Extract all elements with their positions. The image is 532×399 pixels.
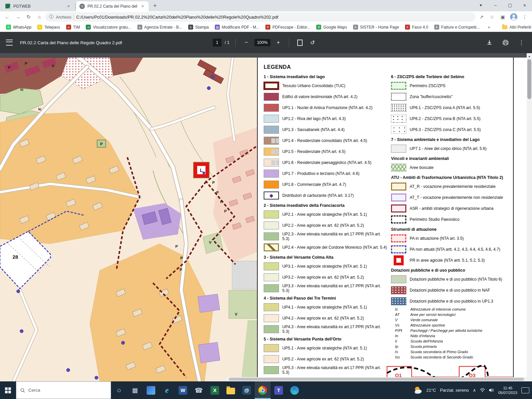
bookmark-item[interactable]: ≙ SISTER - Home Page — [350, 24, 402, 30]
abbreviation-code: Iss — [391, 354, 410, 360]
zoom-level[interactable]: 100% — [254, 39, 270, 46]
minimize-button[interactable]: – — [488, 0, 503, 11]
pdf-viewport: PPPIcIcPPPPPVPPPV28 L LEGENDA 1 - Sistem… — [0, 53, 532, 381]
bookmarks-overflow-icon[interactable]: » — [485, 25, 493, 30]
teams[interactable]: T — [271, 381, 287, 399]
chrome[interactable] — [255, 381, 271, 399]
bookmark-item[interactable]: ▤ Modificare PDF - M... — [212, 24, 262, 30]
bookmark-item[interactable]: A Visualizzatore gratu... — [83, 24, 134, 30]
tab-close-icon[interactable]: × — [140, 4, 145, 9]
reload-button[interactable]: ↻ — [24, 12, 33, 22]
legend-item: UP1.3 - Sassabanek (NTA art. 4.4) — [264, 124, 388, 135]
pdf-favicon — [79, 4, 85, 9]
bookmark-item[interactable]: P PDFescape - Editor... — [263, 24, 313, 30]
bookmark-item[interactable]: F Fassi 4.0 — [402, 24, 431, 30]
legend-item: UP1.8 - Commerciale (NTA art. 4.7) — [264, 179, 388, 190]
search-input[interactable]: Cerca — [16, 381, 111, 399]
bookmark-item[interactable]: T Telepass — [35, 24, 63, 30]
weather-icon[interactable] — [414, 386, 422, 394]
horizontal-scrollbar[interactable] — [226, 377, 527, 381]
network-icon[interactable] — [480, 388, 485, 392]
vertical-scrollbar[interactable]: ▲ — [527, 53, 532, 381]
close-button[interactable]: × — [517, 0, 532, 11]
bookmark-item[interactable]: S Stampa — [186, 24, 211, 30]
legend-swatch — [264, 104, 279, 112]
phone[interactable]: ☎ — [191, 381, 207, 399]
bookmark-star-icon[interactable]: ☆ — [487, 12, 497, 22]
photos-app[interactable] — [143, 381, 159, 399]
print-icon[interactable] — [501, 38, 510, 47]
bookmark-label: WhatsApp — [13, 25, 31, 30]
page-info-icon[interactable]: ⓘ — [49, 14, 54, 20]
notification-center-icon[interactable] — [521, 387, 529, 393]
map-canvas[interactable]: PPPIcIcPPPPPVPPPV28 L — [0, 58, 257, 382]
side-panel-icon[interactable]: ▣ — [498, 12, 507, 22]
legend-item-label: UP1.3 - Sassabanek (NTA art. 4.4) — [282, 127, 344, 132]
fit-page-icon[interactable] — [295, 38, 305, 47]
download-icon[interactable] — [485, 38, 494, 47]
share-icon[interactable]: ↗ — [477, 12, 486, 22]
legend-item-label: AT_R - vocazione prevalentemente residen… — [410, 184, 496, 189]
legend-item-label: UP1.5 - Residenziale (NTA art. 4.5) — [282, 149, 345, 154]
excel[interactable]: X — [207, 381, 223, 399]
cortana[interactable]: ○ — [111, 381, 127, 399]
map-label: P — [52, 64, 55, 68]
home-button[interactable]: ⌂ — [35, 12, 44, 22]
browser-menu-icon[interactable]: ⋮ — [520, 12, 529, 22]
legend-item-label: UP6.3 - ZSC/ZPS zona C (NTA art. 5.5) — [410, 127, 481, 132]
bookmark-label: Fassi 4.0 — [412, 25, 428, 30]
address-bar[interactable]: ⓘ Archivio C:/Users/Pc01/Downloads/PR.02… — [45, 12, 475, 22]
word[interactable]: W — [175, 381, 191, 399]
legend-column-right: 6 - ZSC/ZPS delle Torbiere del SebinoPer… — [388, 72, 513, 382]
bookmark-label: Telepass — [44, 25, 60, 30]
pdf-title: PR.02.2 Carta del Piano delle Regole Qua… — [20, 40, 122, 45]
other-bookmarks[interactable]: Altri Preferiti — [499, 24, 532, 30]
start-button[interactable] — [0, 381, 16, 399]
pdf-menu-icon[interactable] — [6, 40, 13, 46]
tray-expand-icon[interactable]: ∧ — [473, 388, 476, 393]
bookmark-item[interactable]: ✆ WhatsApp — [3, 24, 34, 30]
zoom-in-button[interactable]: + — [274, 38, 283, 47]
horizontal-scroll-thumb[interactable] — [229, 378, 524, 381]
pdf-more-icon[interactable]: ⋮ — [517, 38, 526, 47]
task-view[interactable]: ▦ — [127, 381, 143, 399]
bookmark-item[interactable]: a Agenzia Entrate - B... — [135, 24, 185, 30]
back-button[interactable]: ← — [3, 12, 12, 22]
vertical-scroll-thumb[interactable] — [527, 59, 531, 99]
tab-search-chevron-icon[interactable]: ▾ — [473, 0, 488, 11]
new-tab-button[interactable]: + — [151, 2, 159, 10]
file-explorer[interactable] — [223, 381, 239, 399]
abbreviation-text: Scuola secondaria di Secondo Grado — [410, 354, 473, 360]
legend-item: UP4.3 - Aree elevata naturalità ex art.1… — [264, 324, 388, 334]
legend-item-label: UP6.1 - ZSC/ZPS zona A (NTA art. 5.5) — [410, 105, 480, 110]
rotate-icon[interactable]: ↺ — [308, 38, 317, 47]
tab-close-icon[interactable]: × — [66, 4, 71, 9]
legend-swatch — [264, 210, 279, 218]
edge[interactable] — [287, 381, 303, 399]
bookmark-favicon: A — [86, 25, 91, 30]
weather-temp[interactable]: 21°C — [426, 388, 436, 393]
scroll-up-arrow-icon[interactable]: ▲ — [527, 53, 532, 58]
weather-desc[interactable]: Parzial. sereno — [440, 388, 469, 393]
page-number-input[interactable]: 1 — [213, 39, 221, 47]
bookmark-item[interactable]: ≡ TIM — [64, 24, 83, 30]
bookmark-item[interactable]: ≙ Fatture e Corrispetti... — [432, 24, 482, 30]
tab-pdf[interactable]: PR.02.2 Carta del Piano delle Re × — [76, 1, 149, 11]
mail[interactable]: @ — [239, 381, 255, 399]
legend-swatch — [264, 284, 279, 292]
legend-item-label: PA non attuati (NTA artt. 4.2, 4.3, 4.4,… — [410, 247, 500, 252]
profile-avatar[interactable] — [510, 13, 517, 21]
internet-explorer[interactable]: e — [159, 381, 175, 399]
search-placeholder: Cerca — [28, 388, 40, 393]
tab-pgtweb[interactable]: PGTWEB × — [2, 1, 74, 11]
legend-item: UP1.4 - Residenziale consolidato (NTA ar… — [264, 135, 388, 146]
bookmark-item[interactable]: ⚲ Google Maps — [314, 24, 349, 30]
forward-button[interactable]: → — [13, 12, 23, 22]
zoom-out-button[interactable]: − — [242, 38, 251, 47]
maximize-button[interactable]: ▢ — [503, 0, 517, 11]
clock[interactable]: 11:45 05/07/2023 — [498, 386, 517, 395]
volume-icon[interactable] — [489, 388, 494, 392]
legend-abbreviation: InNido d'infanzia — [391, 333, 513, 338]
legend-swatch — [264, 159, 279, 167]
legend-swatch — [264, 181, 279, 189]
